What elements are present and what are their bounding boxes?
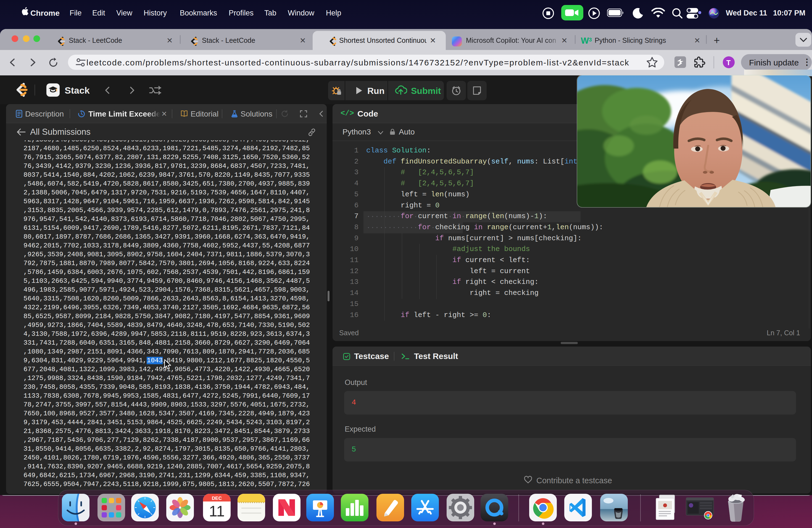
- svg-text:DEC: DEC: [212, 496, 222, 501]
- svg-text:11: 11: [209, 503, 224, 520]
